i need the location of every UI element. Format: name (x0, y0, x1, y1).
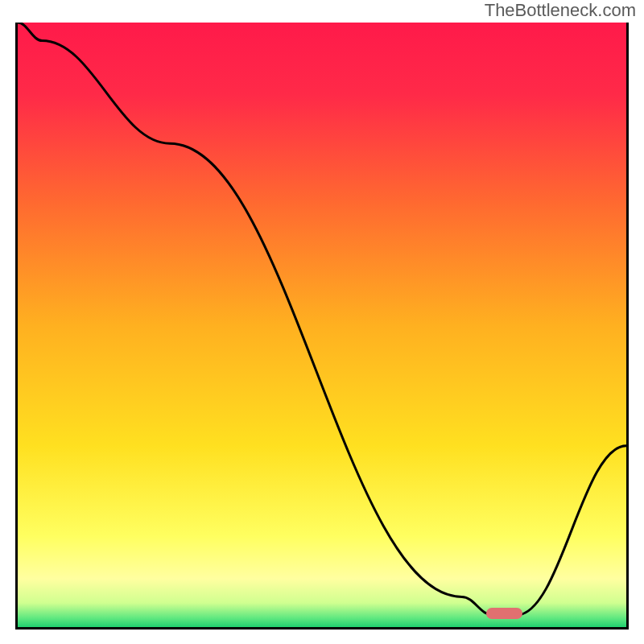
chart-container: TheBottleneck.com (0, 0, 644, 644)
plot-area (15, 23, 629, 630)
curve-line (18, 23, 626, 627)
watermark-text: TheBottleneck.com (485, 0, 636, 21)
optimal-marker (486, 608, 522, 619)
